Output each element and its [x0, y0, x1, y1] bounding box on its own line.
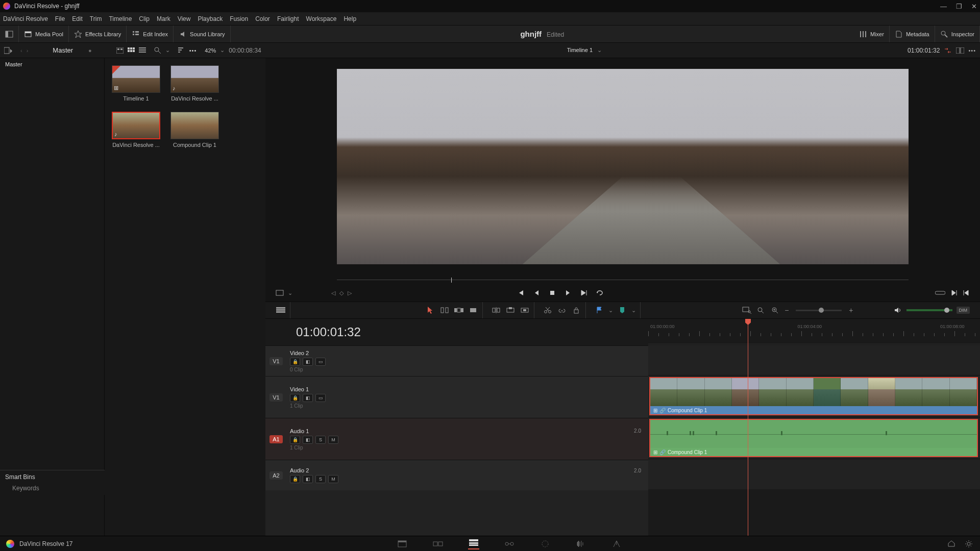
track-header-v2[interactable]: V1 Video 2 🔒 ◧ ▭ 0 Clip [265, 345, 648, 376]
track-enable-button[interactable]: ▭ [315, 358, 326, 366]
bin-view-menu[interactable] [4, 47, 12, 54]
track-mute-button[interactable]: M [328, 436, 338, 444]
track-header-v1[interactable]: V1 Video 1 🔒 ◧ ▭ 1 Clip [265, 376, 648, 418]
timeline-clip-video[interactable]: ⊞🔗Compound Clip 1 [649, 377, 978, 415]
last-edit-button[interactable] [963, 289, 970, 296]
find-button[interactable] [742, 305, 752, 315]
blade-tool[interactable] [468, 305, 478, 315]
inspector-button[interactable]: Inspector [935, 26, 980, 42]
sort-button[interactable] [178, 47, 185, 54]
sync-button[interactable] [944, 47, 952, 54]
menu-fairlight[interactable]: Fairlight [277, 15, 299, 22]
mark-in-out-button[interactable] [935, 290, 945, 295]
deliver-page-tab[interactable] [611, 538, 622, 549]
maximize-button[interactable]: ❐ [956, 3, 962, 10]
zoom-fit-button[interactable] [756, 305, 766, 315]
zoom-out-button[interactable]: − [785, 306, 789, 314]
menu-mark[interactable]: Mark [157, 15, 170, 22]
metadata-button[interactable]: Metadata [890, 26, 935, 42]
overwrite-button[interactable] [505, 305, 516, 315]
jog-bar[interactable] [265, 275, 980, 284]
menu-fusion[interactable]: Fusion [230, 15, 248, 22]
dim-button[interactable]: DIM [957, 307, 970, 314]
menu-clip[interactable]: Clip [139, 15, 150, 22]
match-dropdown[interactable]: ⌄ [288, 290, 292, 296]
prev-keyframe-button[interactable]: ◁ [331, 290, 335, 296]
track-v2[interactable] [648, 344, 980, 375]
lock-button[interactable] [571, 305, 581, 315]
prev-bin-button[interactable]: ‹ [20, 47, 22, 54]
media-pool-button[interactable]: Media Pool [19, 26, 69, 42]
marker-button[interactable] [617, 305, 627, 315]
home-button[interactable] [947, 540, 955, 548]
track-lock-button[interactable]: 🔒 [290, 394, 300, 402]
track-header-a1[interactable]: A1 Audio 12.0 🔒 ◧ S M 1 Clip [265, 418, 648, 460]
menu-color[interactable]: Color [255, 15, 270, 22]
flag-button[interactable] [594, 305, 604, 315]
search-dropdown[interactable]: ⌄ [165, 47, 170, 54]
link-button[interactable] [557, 305, 567, 315]
marker-dropdown[interactable]: ⌄ [631, 307, 636, 314]
match-frame-button[interactable] [276, 289, 284, 296]
insert-button[interactable] [491, 305, 501, 315]
zoom-pct[interactable]: 42% [205, 47, 216, 54]
selection-tool[interactable] [425, 305, 435, 315]
stop-button[interactable] [549, 289, 556, 296]
search-button[interactable] [154, 47, 161, 54]
menu-help[interactable]: Help [344, 15, 356, 22]
track-auto-button[interactable]: ◧ [303, 475, 313, 483]
timeline-view-button[interactable] [276, 305, 286, 315]
menu-playback[interactable]: Playback [198, 15, 223, 22]
list-view-button[interactable] [139, 47, 146, 54]
loop-button[interactable] [596, 289, 604, 296]
next-bin-button[interactable]: › [27, 47, 29, 54]
panel-toggle-left[interactable] [0, 26, 19, 42]
prev-frame-button[interactable] [533, 289, 541, 296]
options-button[interactable]: ••• [189, 47, 197, 54]
trim-tool[interactable] [439, 305, 450, 315]
zoom-slider[interactable] [796, 310, 842, 311]
menu-workspace[interactable]: Workspace [306, 15, 337, 22]
zoom-in-button[interactable]: + [849, 306, 853, 314]
fusion-page-tab[interactable] [504, 538, 515, 549]
next-keyframe-button[interactable]: ▷ [348, 290, 352, 296]
mute-button[interactable] [892, 305, 902, 315]
viewer-content[interactable] [265, 58, 980, 275]
zoom-dropdown[interactable]: ⌄ [220, 47, 225, 54]
settings-button[interactable] [965, 540, 973, 548]
track-lock-button[interactable]: 🔒 [290, 436, 300, 444]
track-lock-button[interactable]: 🔒 [290, 358, 300, 366]
menu-file[interactable]: File [55, 15, 65, 22]
track-auto-button[interactable]: ◧ [303, 436, 313, 444]
timeline-dropdown[interactable]: ⌄ [597, 47, 602, 53]
track-enable-button[interactable]: ▭ [315, 394, 326, 402]
track-solo-button[interactable]: S [315, 475, 326, 483]
cut-page-tab[interactable] [432, 538, 444, 549]
menu-timeline[interactable]: Timeline [109, 15, 132, 22]
volume-slider[interactable] [906, 309, 952, 311]
timeline-ruler[interactable]: 01:00:00:00 01:00:04:00 01:00:08:00 [648, 319, 980, 344]
track-v1[interactable]: ⊞🔗Compound Clip 1 [648, 375, 980, 417]
track-a2[interactable] [648, 459, 980, 489]
clip-item[interactable]: ♪ DaVinci Resolve ... [112, 112, 160, 148]
zoom-detail-button[interactable] [770, 305, 780, 315]
flag-dropdown[interactable]: ⌄ [608, 307, 613, 314]
timeline-name[interactable]: Timeline 1 [567, 47, 593, 53]
smart-bin-keywords[interactable]: Keywords [12, 485, 100, 492]
clip-item[interactable]: ♪ DaVinci Resolve ... [170, 65, 219, 102]
grid-view-button[interactable] [128, 47, 135, 54]
play-button[interactable] [564, 289, 571, 296]
track-a1[interactable]: ⊞🔗Compound Clip 1 [648, 417, 980, 459]
dual-viewer-button[interactable] [956, 47, 964, 54]
go-last-button[interactable] [579, 289, 587, 296]
bin-master[interactable]: Master [5, 61, 99, 67]
playhead[interactable] [748, 319, 748, 536]
menu-trim[interactable]: Trim [90, 15, 102, 22]
menu-davinci[interactable]: DaVinci Resolve [3, 15, 48, 22]
effects-library-button[interactable]: Effects Library [69, 26, 127, 42]
sound-library-button[interactable]: Sound Library [174, 26, 231, 42]
bin-path[interactable]: Master [32, 46, 88, 54]
track-mute-button[interactable]: M [328, 475, 338, 483]
track-lock-button[interactable]: 🔒 [290, 475, 300, 483]
thumbnail-view-button[interactable] [116, 47, 124, 54]
